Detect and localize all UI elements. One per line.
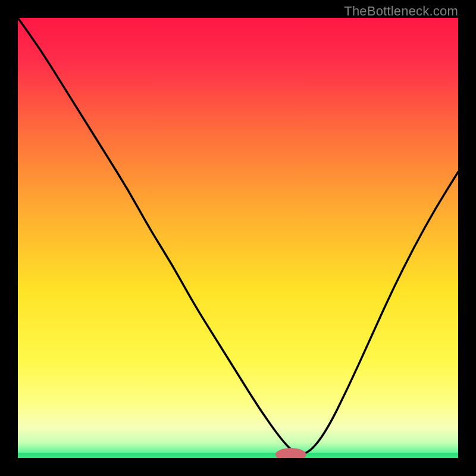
bottleneck-chart <box>18 18 458 458</box>
chart-svg <box>18 18 458 458</box>
gradient-background <box>18 18 458 458</box>
watermark-text: TheBottleneck.com <box>344 4 458 19</box>
